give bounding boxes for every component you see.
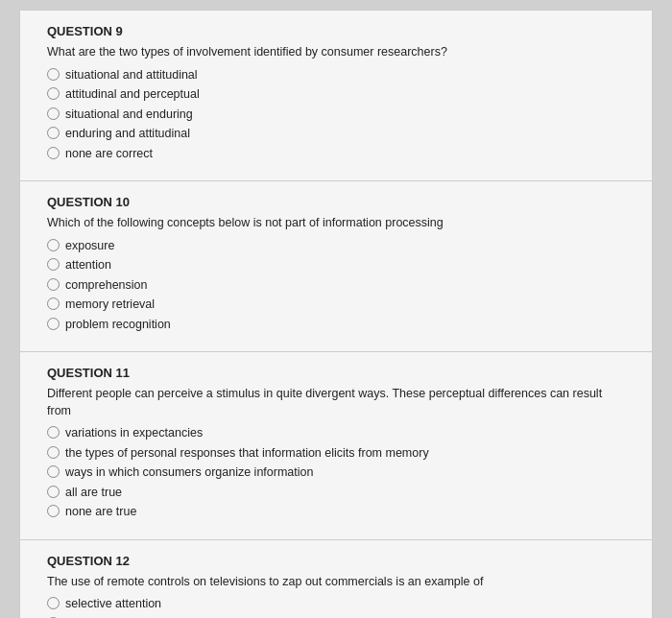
option-label: none are correct (65, 146, 153, 163)
option-10-2[interactable]: comprehension (47, 277, 625, 295)
question-number-10: QUESTION 10 (47, 195, 625, 209)
option-label: all are true (65, 485, 122, 502)
option-label: comprehension (65, 277, 147, 295)
option-10-3[interactable]: memory retrieval (47, 297, 625, 314)
option-label: attitudinal and perceptual (65, 86, 200, 104)
radio-icon[interactable] (47, 486, 60, 498)
option-label: ways in which consumers organize informa… (65, 464, 313, 482)
option-10-0[interactable]: exposure (47, 238, 625, 255)
question-number-12: QUESTION 12 (47, 554, 625, 568)
option-label: attention (65, 257, 111, 274)
question-block-11: QUESTION 11Different people can perceive… (20, 352, 652, 540)
question-text-12: The use of remote controls on television… (47, 574, 625, 591)
radio-icon[interactable] (47, 239, 60, 251)
radio-icon[interactable] (47, 278, 60, 291)
page: QUESTION 9What are the two types of invo… (19, 10, 653, 618)
option-label: situational and enduring (65, 107, 193, 124)
option-11-0[interactable]: variations in expectancies (47, 425, 625, 442)
option-label: none are true (65, 504, 136, 521)
radio-icon[interactable] (47, 127, 60, 139)
option-9-2[interactable]: situational and enduring (47, 107, 625, 124)
option-label: variations in expectancies (65, 425, 203, 442)
option-11-2[interactable]: ways in which consumers organize informa… (47, 464, 625, 482)
question-block-9: QUESTION 9What are the two types of invo… (20, 11, 652, 181)
option-9-4[interactable]: none are correct (47, 146, 625, 163)
option-label: memory retrieval (65, 297, 155, 314)
option-9-1[interactable]: attitudinal and perceptual (47, 86, 625, 104)
radio-icon[interactable] (47, 505, 60, 517)
radio-icon[interactable] (47, 318, 60, 330)
question-block-12: QUESTION 12The use of remote controls on… (20, 540, 652, 619)
question-text-11: Different people can perceive a stimulus… (47, 386, 625, 419)
question-block-10: QUESTION 10Which of the following concep… (20, 181, 652, 352)
radio-icon[interactable] (47, 465, 60, 478)
option-12-0[interactable]: selective attention (47, 596, 625, 613)
option-10-1[interactable]: attention (47, 257, 625, 274)
option-9-0[interactable]: situational and attitudinal (47, 67, 625, 84)
question-number-11: QUESTION 11 (47, 366, 625, 380)
option-label: exposure (65, 238, 114, 255)
radio-icon[interactable] (47, 147, 60, 159)
option-label: situational and attitudinal (65, 67, 198, 84)
radio-icon[interactable] (47, 597, 60, 609)
option-label: selective attention (65, 596, 161, 613)
option-label: problem recognition (65, 317, 171, 334)
radio-icon[interactable] (47, 107, 60, 120)
radio-icon[interactable] (47, 68, 60, 81)
option-label: the types of personal responses that inf… (65, 445, 429, 463)
option-10-4[interactable]: problem recognition (47, 317, 625, 334)
question-number-9: QUESTION 9 (47, 24, 625, 38)
question-text-10: Which of the following concepts below is… (47, 215, 625, 232)
question-text-9: What are the two types of involvement id… (47, 44, 625, 61)
option-label: enduring and attitudinal (65, 126, 190, 143)
option-11-3[interactable]: all are true (47, 485, 625, 502)
radio-icon[interactable] (47, 258, 60, 271)
option-9-3[interactable]: enduring and attitudinal (47, 126, 625, 143)
radio-icon[interactable] (47, 87, 60, 100)
radio-icon[interactable] (47, 297, 60, 310)
radio-icon[interactable] (47, 426, 60, 439)
radio-icon[interactable] (47, 446, 60, 459)
option-11-4[interactable]: none are true (47, 504, 625, 521)
option-11-1[interactable]: the types of personal responses that inf… (47, 445, 625, 463)
